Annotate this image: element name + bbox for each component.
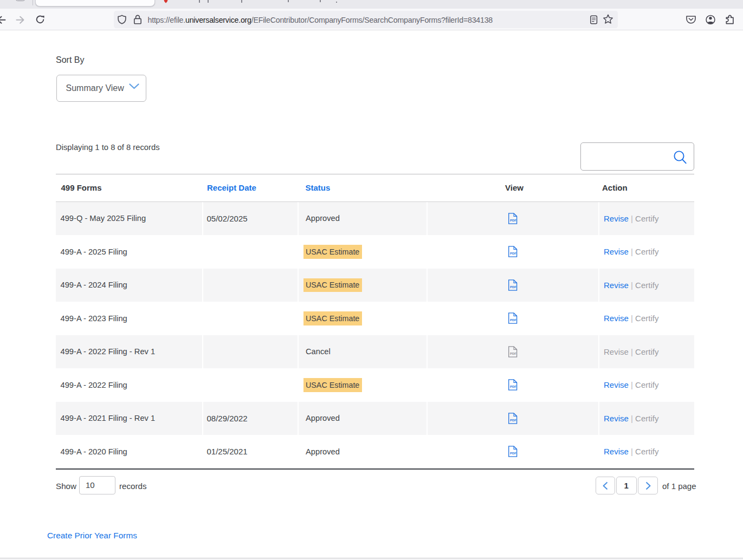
svg-text:PDF: PDF — [510, 452, 516, 455]
svg-text:PDF: PDF — [510, 218, 516, 222]
svg-text:PDF: PDF — [510, 285, 516, 288]
svg-text:PDF: PDF — [510, 318, 516, 322]
svg-text:PDF: PDF — [510, 385, 516, 388]
svg-text:PDF: PDF — [510, 252, 516, 255]
svg-text:PDF: PDF — [510, 351, 516, 355]
svg-text:PDF: PDF — [510, 418, 516, 421]
